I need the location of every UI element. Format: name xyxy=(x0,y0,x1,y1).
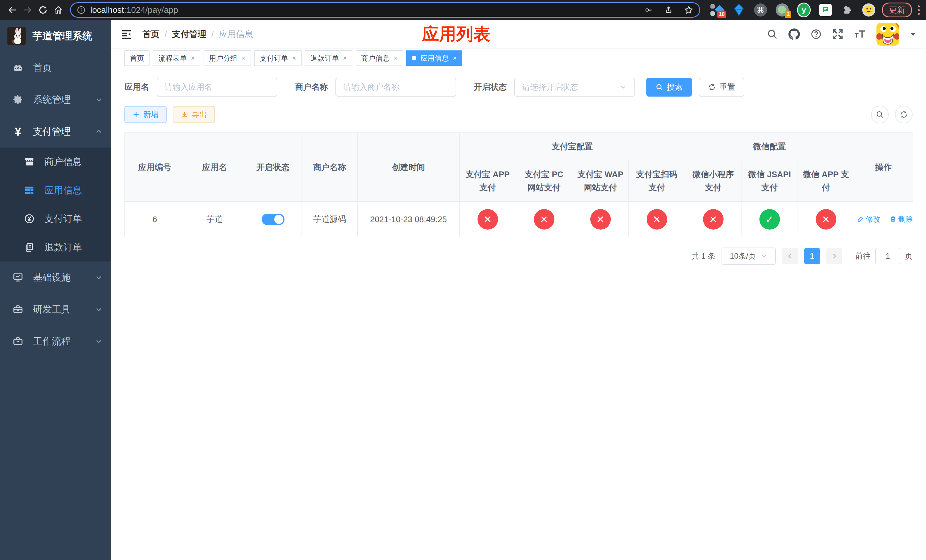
extension-recorder-icon[interactable]: 1 xyxy=(775,3,789,17)
app-logo-row[interactable]: 芋道管理系统 xyxy=(0,20,111,52)
sidebar-item-app-info[interactable]: 应用信息 xyxy=(0,176,111,204)
sidebar-item-pay-orders[interactable]: 支付订单 xyxy=(0,204,111,233)
edit-link[interactable]: 修改 xyxy=(857,214,881,224)
current-page-button[interactable]: 1 xyxy=(804,248,820,264)
shop-icon xyxy=(23,156,35,167)
help-icon[interactable] xyxy=(810,29,822,40)
extension-chat-icon[interactable] xyxy=(819,3,832,17)
close-icon[interactable]: × xyxy=(242,54,245,62)
tab-process-form[interactable]: 流程表单× xyxy=(153,50,200,66)
sidebar-item-workflow[interactable]: 工作流程 xyxy=(0,325,111,357)
hide-search-icon[interactable] xyxy=(871,106,889,123)
status-select[interactable]: 请选择开启状态 xyxy=(514,78,635,97)
col-wechat-jsapi: 微信 JSAPI 支付 xyxy=(741,160,798,202)
back-icon[interactable] xyxy=(5,2,20,18)
sidebar-item-label: 应用信息 xyxy=(44,184,82,197)
toolbox-icon xyxy=(12,304,24,315)
col-app-name: 应用名 xyxy=(185,133,244,202)
tab-user-group[interactable]: 用户分组× xyxy=(204,50,251,66)
user-avatar[interactable] xyxy=(876,23,899,45)
merchant-name-input[interactable] xyxy=(336,78,456,97)
extension-badge: 10 xyxy=(717,11,726,18)
close-icon[interactable]: × xyxy=(343,54,347,62)
config-status-badge: ✕ xyxy=(703,209,723,230)
col-wechat-app: 微信 APP 支付 xyxy=(798,160,854,202)
share-icon[interactable] xyxy=(664,5,673,15)
group-alipay-config: 支付宝配置 xyxy=(460,133,685,160)
payment-submenu: 商户信息 应用信息 支付订单 xyxy=(0,148,111,262)
reset-button[interactable]: 重置 xyxy=(699,78,744,97)
extension-command-icon[interactable]: ⌘ xyxy=(754,3,767,17)
breadcrumb-home[interactable]: 首页 xyxy=(142,29,159,40)
sidebar-item-refund-orders[interactable]: 退款订单 xyxy=(0,233,111,262)
app-title: 芋道管理系统 xyxy=(32,29,92,43)
extensions-puzzle-icon[interactable] xyxy=(840,3,854,17)
font-size-icon[interactable] xyxy=(854,29,866,40)
close-icon[interactable]: × xyxy=(191,54,195,62)
status-toggle[interactable] xyxy=(262,213,284,225)
github-icon[interactable] xyxy=(788,28,800,40)
navbar-actions xyxy=(767,23,917,45)
goto-page-input[interactable] xyxy=(875,248,900,264)
url-bar[interactable]: localhost:1024/pay/app xyxy=(70,2,700,18)
col-operations: 操作 xyxy=(854,133,913,202)
delete-link[interactable]: 删除 xyxy=(890,214,913,224)
search-button[interactable]: 搜索 xyxy=(646,78,692,97)
cell-operations: 修改 删除 xyxy=(854,202,913,237)
page-size-select[interactable]: 10条/页 xyxy=(722,248,776,265)
tab-home[interactable]: 首页 xyxy=(124,50,150,66)
cell-alipay-qr: ✕ xyxy=(629,202,685,237)
password-key-icon[interactable] xyxy=(644,5,653,15)
site-info-icon[interactable] xyxy=(77,5,86,15)
extension-gem-icon[interactable] xyxy=(732,3,746,17)
browser-update-button[interactable]: 更新 xyxy=(882,3,912,17)
export-button[interactable]: 导出 xyxy=(173,106,215,123)
tab-merchant-info[interactable]: 商户信息× xyxy=(356,50,403,66)
search-icon[interactable] xyxy=(767,29,778,40)
extension-diamond-icon[interactable]: 10 xyxy=(710,3,724,17)
caret-down-icon[interactable] xyxy=(909,30,917,38)
home-icon[interactable] xyxy=(51,2,66,18)
cell-wechat-app: ✕ xyxy=(798,202,854,237)
profile-emoji-avatar[interactable] xyxy=(862,3,876,17)
refresh-icon[interactable] xyxy=(895,106,912,123)
documents-icon xyxy=(23,242,35,253)
extension-y-icon[interactable]: y xyxy=(797,3,811,17)
fullscreen-icon[interactable] xyxy=(832,29,843,40)
sidebar-item-devtools[interactable]: 研发工具 xyxy=(0,294,111,325)
page-title-annotation: 应用列表 xyxy=(422,23,490,46)
cell-created: 2021-10-23 08:49:25 xyxy=(358,202,460,237)
sidebar-item-home[interactable]: 首页 xyxy=(0,52,111,84)
field-label: 开启状态 xyxy=(474,82,507,93)
add-button[interactable]: 新增 xyxy=(124,106,166,123)
config-status-badge: ✕ xyxy=(816,209,836,230)
browser-menu-icon[interactable] xyxy=(916,4,921,17)
active-dot xyxy=(412,56,416,61)
sidebar-item-payment[interactable]: ¥ 支付管理 xyxy=(0,116,111,148)
filter-app-name: 应用名 xyxy=(124,78,277,97)
app-name-input[interactable] xyxy=(157,78,277,97)
forward-icon[interactable] xyxy=(20,2,35,18)
col-app-id: 应用编号 xyxy=(125,133,185,202)
sidebar-item-system[interactable]: 系统管理 xyxy=(0,84,111,116)
sidebar-fold-icon[interactable] xyxy=(120,28,133,41)
close-icon[interactable]: × xyxy=(292,54,296,62)
breadcrumb-current: 应用信息 xyxy=(219,29,253,40)
breadcrumb-payment[interactable]: 支付管理 xyxy=(172,29,206,40)
next-page-button[interactable] xyxy=(826,248,842,264)
reload-icon[interactable] xyxy=(35,2,51,18)
pagination: 共 1 条 10条/页 1 前往 页 xyxy=(124,248,912,265)
tab-app-info[interactable]: 应用信息× xyxy=(406,50,462,66)
close-icon[interactable]: × xyxy=(453,54,457,62)
tab-refund-orders[interactable]: 退款订单× xyxy=(305,50,352,66)
sidebar-item-infra[interactable]: 基础设施 xyxy=(0,262,111,294)
prev-page-button[interactable] xyxy=(782,248,798,264)
bookmark-star-icon[interactable] xyxy=(684,5,694,15)
sidebar-item-merchant-info[interactable]: 商户信息 xyxy=(0,148,111,176)
breadcrumb: 首页 / 支付管理 / 应用信息 xyxy=(142,29,253,40)
search-form: 应用名 商户名称 开启状态 请选择开启状态 xyxy=(124,78,912,97)
tab-pay-orders[interactable]: 支付订单× xyxy=(254,50,301,66)
close-icon[interactable]: × xyxy=(393,54,398,62)
config-status-badge: ✕ xyxy=(534,209,554,230)
table-tools xyxy=(871,106,912,123)
